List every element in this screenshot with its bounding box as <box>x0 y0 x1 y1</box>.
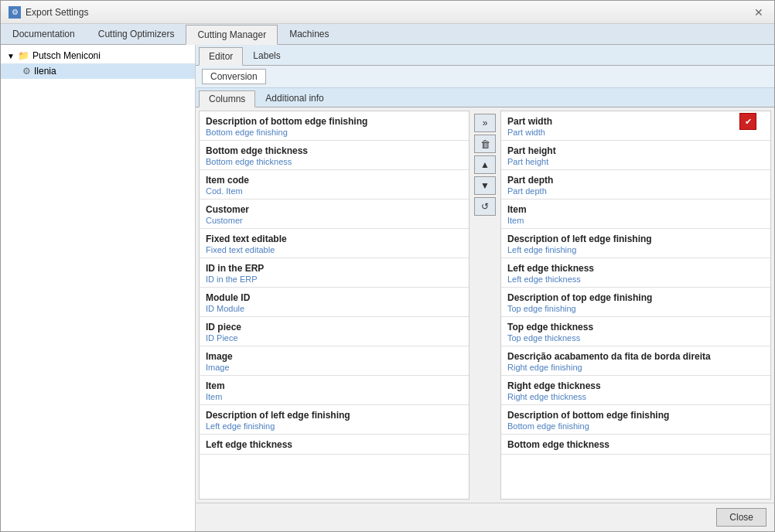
tab-documentation[interactable]: Documentation <box>1 24 87 44</box>
conversion-bar: Conversion <box>196 66 774 88</box>
list-item-title: Module ID <box>206 292 463 303</box>
list-item[interactable]: Description of top edge finishing Top ed… <box>501 288 770 317</box>
sidebar-item-ilenia[interactable]: ⚙ Ilenia <box>1 63 195 79</box>
list-item-title: Image <box>206 351 463 362</box>
list-item[interactable]: Bottom edge thickness Bottom edge thickn… <box>200 141 469 170</box>
list-item[interactable]: Left edge thickness Left edge thickness <box>501 258 770 288</box>
right-list-scroll[interactable]: Part width Part width Part height Part h… <box>501 111 770 499</box>
tab-machines[interactable]: Machines <box>278 24 340 44</box>
list-item-sub: Bottom edge thickness <box>206 157 463 166</box>
list-item[interactable]: Part depth Part depth <box>501 170 770 200</box>
list-item[interactable]: Part width Part width <box>501 111 770 141</box>
list-item-sub: Top edge thickness <box>507 333 764 343</box>
list-item-sub: Image <box>206 363 463 372</box>
columns-area: Description of bottom edge finishing Bot… <box>196 107 774 503</box>
main-window: ⚙ Export Settings ✕ Documentation Cuttin… <box>0 0 775 532</box>
list-item[interactable]: Description of bottom edge finishing Bot… <box>200 111 469 141</box>
add-all-button[interactable]: » <box>474 114 496 132</box>
sidebar-group-putsch[interactable]: ▼ 📁 Putsch Meniconi <box>1 48 195 63</box>
list-item-sub: Part width <box>507 128 736 137</box>
collapse-icon: ▼ <box>7 52 15 60</box>
list-item-title: Description of bottom edge finishing <box>206 116 463 127</box>
content-area: ▼ 📁 Putsch Meniconi ⚙ Ilenia Editor Labe… <box>1 45 774 531</box>
list-item-title: Description of bottom edge finishing <box>507 410 764 421</box>
left-list-scroll[interactable]: Description of bottom edge finishing Bot… <box>200 111 469 499</box>
tab-columns[interactable]: Columns <box>199 90 255 107</box>
list-item-sub: Left edge finishing <box>507 245 764 254</box>
gear-icon: ⚙ <box>22 66 31 77</box>
middle-buttons: » 🗑 ▲ ▼ ↺ <box>473 111 497 500</box>
right-header-action-button[interactable]: ✔ <box>739 113 756 130</box>
list-item[interactable]: Descrição acabamento da fita de borda di… <box>501 346 770 376</box>
list-item[interactable]: Right edge thickness Right edge thicknes… <box>501 376 770 405</box>
refresh-button[interactable]: ↺ <box>474 197 496 216</box>
list-item-sub: ID Module <box>206 304 463 313</box>
conversion-button[interactable]: Conversion <box>202 69 266 84</box>
tab-additional-info[interactable]: Additional info <box>255 90 333 107</box>
right-list-panel: ✔ Part width Part width Part height Part… <box>500 111 771 500</box>
list-item[interactable]: Description of left edge finishing Left … <box>200 405 469 435</box>
list-item-sub: Top edge finishing <box>507 304 764 313</box>
window-close-button[interactable]: ✕ <box>751 5 766 20</box>
list-item[interactable]: ID piece ID Piece <box>200 317 469 346</box>
list-item-sub: Fixed text editable <box>206 245 463 254</box>
list-item-title: Bottom edge thickness <box>507 439 764 450</box>
list-item[interactable]: Module ID ID Module <box>200 288 469 317</box>
sidebar-child-label: Ilenia <box>34 66 56 77</box>
list-item[interactable]: Left edge thickness <box>200 435 469 455</box>
list-item-title: Bottom edge thickness <box>206 145 463 156</box>
list-item-sub: Customer <box>206 216 463 225</box>
list-item-sub: Item <box>507 216 764 225</box>
list-item-title: ID piece <box>206 322 463 332</box>
editor-tab-bar: Editor Labels <box>196 45 774 66</box>
list-item[interactable]: Image Image <box>200 346 469 376</box>
list-item[interactable]: Part height Part height <box>501 141 770 170</box>
list-item[interactable]: Description of bottom edge finishing Bot… <box>501 405 770 435</box>
list-item-title: ID in the ERP <box>206 263 463 274</box>
list-item-sub: Bottom edge finishing <box>206 128 463 137</box>
close-button[interactable]: Close <box>716 508 766 527</box>
folder-icon: 📁 <box>18 50 29 61</box>
move-down-button[interactable]: ▼ <box>474 176 496 195</box>
list-item-title: Description of left edge finishing <box>507 234 764 244</box>
app-icon: ⚙ <box>9 6 21 19</box>
list-item[interactable]: Description of left edge finishing Left … <box>501 229 770 258</box>
list-item-title: Right edge thickness <box>507 380 764 391</box>
list-item-sub: Left edge finishing <box>206 421 463 431</box>
tab-cutting-manager[interactable]: Cutting Manager <box>186 25 278 45</box>
sidebar: ▼ 📁 Putsch Meniconi ⚙ Ilenia <box>1 45 196 531</box>
list-item-title: Part height <box>507 145 764 156</box>
sub-tab-bar: Columns Additional info <box>196 88 774 107</box>
list-item-title: Part depth <box>507 175 764 186</box>
list-item[interactable]: Top edge thickness Top edge thickness <box>501 317 770 346</box>
list-item-sub: ID in the ERP <box>206 275 463 284</box>
list-item[interactable]: Customer Customer <box>200 200 469 229</box>
tab-labels[interactable]: Labels <box>243 46 290 65</box>
list-item[interactable]: Fixed text editable Fixed text editable <box>200 229 469 258</box>
left-list-panel: Description of bottom edge finishing Bot… <box>199 111 469 500</box>
list-item[interactable]: Item Item <box>501 200 770 229</box>
window-title: Export Settings <box>26 7 88 18</box>
list-item[interactable]: ID in the ERP ID in the ERP <box>200 258 469 288</box>
list-item-title: Item <box>206 380 463 391</box>
title-bar-left: ⚙ Export Settings <box>9 6 88 19</box>
list-item-title: Left edge thickness <box>206 439 463 450</box>
list-item-title: Item code <box>206 175 463 186</box>
list-item-sub: Part height <box>507 157 764 166</box>
list-item-sub: Right edge thickness <box>507 392 764 401</box>
list-item-title: Customer <box>206 204 463 215</box>
list-item-title: Descrição acabamento da fita de borda di… <box>507 351 764 362</box>
list-item-title: Description of left edge finishing <box>206 410 463 421</box>
tab-cutting-optimizers[interactable]: Cutting Optimizers <box>87 24 186 44</box>
list-item[interactable]: Item Item <box>200 376 469 405</box>
delete-button[interactable]: 🗑 <box>474 135 496 153</box>
list-item-sub: Item <box>206 392 463 401</box>
move-up-button[interactable]: ▲ <box>474 155 496 174</box>
list-item-title: Top edge thickness <box>507 322 764 332</box>
list-item[interactable]: Bottom edge thickness <box>501 435 770 455</box>
list-item-sub: ID Piece <box>206 333 463 343</box>
top-tab-bar: Documentation Cutting Optimizers Cutting… <box>1 24 774 45</box>
footer: Close <box>196 503 774 531</box>
tab-editor[interactable]: Editor <box>199 47 243 66</box>
list-item[interactable]: Item code Cod. Item <box>200 170 469 200</box>
